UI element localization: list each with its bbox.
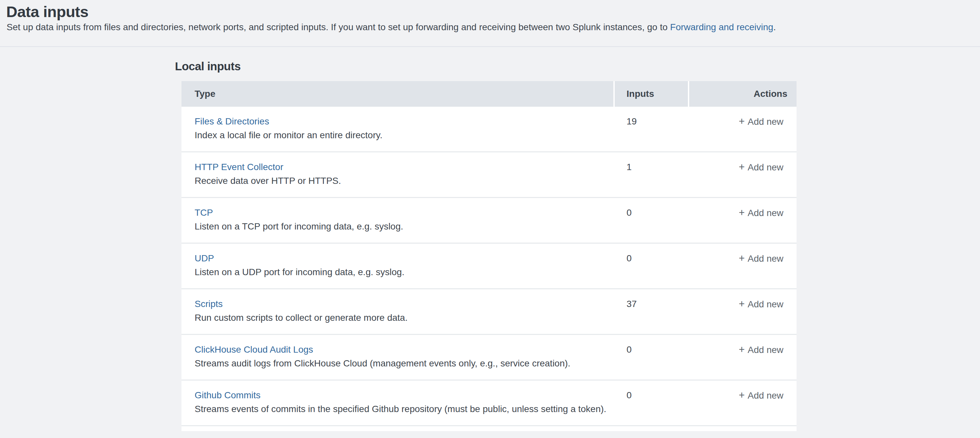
description-http-event-collector: Receive data over HTTP or HTTPS. (195, 176, 615, 186)
actions-cell: +Add new (689, 335, 797, 379)
add-new-label: Add new (748, 253, 783, 264)
local-inputs-table: Type Inputs Actions Files & Directories … (181, 81, 797, 431)
inputs-count-http-event-collector: 1 (615, 152, 689, 197)
add-new-udp[interactable]: +Add new (739, 253, 783, 264)
add-new-tcp[interactable]: +Add new (739, 208, 783, 218)
subtitle-text: Set up data inputs from files and direct… (6, 22, 670, 32)
page-body: Local inputs Type Inputs Actions Files &… (0, 61, 980, 431)
table-row-udp: UDP Listen on a UDP port for incoming da… (181, 244, 797, 289)
type-cell: ClickHouse Cloud Audit Logs Streams audi… (181, 335, 615, 379)
table-row-files-directories: Files & Directories Index a local file o… (181, 107, 797, 152)
link-http-event-collector[interactable]: HTTP Event Collector (195, 162, 283, 172)
inputs-count-scripts: 37 (615, 289, 689, 334)
plus-icon: + (739, 299, 745, 309)
link-scripts[interactable]: Scripts (195, 299, 223, 309)
section-heading-local-inputs: Local inputs (175, 61, 980, 72)
add-new-label: Add new (748, 162, 783, 172)
link-udp[interactable]: UDP (195, 253, 214, 263)
description-udp: Listen on a UDP port for incoming data, … (195, 267, 615, 277)
add-new-label: Add new (748, 116, 783, 127)
inputs-count-tcp: 0 (615, 198, 689, 243)
actions-cell: +Add new (689, 289, 797, 334)
add-new-scripts[interactable]: +Add new (739, 299, 783, 309)
description-tcp: Listen on a TCP port for incoming data, … (195, 221, 615, 231)
plus-icon: + (739, 253, 745, 263)
table-row-http-event-collector: HTTP Event Collector Receive data over H… (181, 152, 797, 198)
type-cell: UDP Listen on a UDP port for incoming da… (181, 244, 615, 288)
description-clickhouse-cloud-audit-logs: Streams audit logs from ClickHouse Cloud… (195, 358, 615, 368)
table-row-github-commits: Github Commits Streams events of commits… (181, 381, 797, 426)
link-clickhouse-cloud-audit-logs[interactable]: ClickHouse Cloud Audit Logs (195, 345, 313, 355)
link-files-directories[interactable]: Files & Directories (195, 116, 269, 126)
actions-cell: +Add new (689, 244, 797, 288)
inputs-count-files-directories: 19 (615, 107, 689, 151)
page-title: Data inputs (6, 3, 980, 20)
actions-cell: +Add new (689, 107, 797, 151)
type-cell: HTTP Event Collector Receive data over H… (181, 152, 615, 197)
add-new-label: Add new (748, 299, 783, 309)
inputs-count-clickhouse-cloud-audit-logs: 0 (615, 335, 689, 379)
plus-icon: + (739, 116, 745, 126)
type-cell: Scripts Run custom scripts to collect or… (181, 289, 615, 334)
add-new-http-event-collector[interactable]: +Add new (739, 162, 783, 172)
table-body: Files & Directories Index a local file o… (181, 107, 797, 431)
column-header-actions: Actions (689, 81, 797, 107)
table-row-scripts: Scripts Run custom scripts to collect or… (181, 289, 797, 335)
inputs-count-udp: 0 (615, 244, 689, 288)
plus-icon: + (739, 162, 745, 172)
column-header-type: Type (181, 81, 613, 107)
page-header: Data inputs Set up data inputs from file… (0, 0, 980, 47)
type-cell: Github Commits Streams events of commits… (181, 381, 615, 425)
plus-icon: + (739, 208, 745, 218)
table-header-row: Type Inputs Actions (181, 81, 797, 107)
description-github-commits: Streams events of commits in the specifi… (195, 404, 615, 414)
add-new-clickhouse-cloud-audit-logs[interactable]: +Add new (739, 345, 783, 355)
page-subtitle: Set up data inputs from files and direct… (6, 22, 980, 33)
plus-icon: + (739, 390, 745, 400)
type-cell: Files & Directories Index a local file o… (181, 107, 615, 151)
table-row-tcp: TCP Listen on a TCP port for incoming da… (181, 198, 797, 244)
add-new-label: Add new (748, 345, 783, 355)
add-new-label: Add new (748, 390, 783, 401)
description-files-directories: Index a local file or monitor an entire … (195, 131, 615, 140)
plus-icon: + (739, 345, 745, 355)
add-new-label: Add new (748, 208, 783, 218)
link-tcp[interactable]: TCP (195, 208, 213, 218)
inputs-count-github-commits: 0 (615, 381, 689, 425)
actions-cell: +Add new (689, 198, 797, 243)
description-scripts: Run custom scripts to collect or generat… (195, 313, 615, 323)
add-new-github-commits[interactable]: +Add new (739, 390, 783, 401)
link-github-commits[interactable]: Github Commits (195, 390, 261, 400)
actions-cell: +Add new (689, 381, 797, 425)
type-cell: TCP Listen on a TCP port for incoming da… (181, 198, 615, 243)
add-new-files-directories[interactable]: +Add new (739, 116, 783, 127)
column-header-inputs: Inputs (615, 81, 688, 107)
next-row-partial (181, 426, 797, 431)
subtitle-period: . (773, 22, 776, 32)
forwarding-and-receiving-link[interactable]: Forwarding and receiving (670, 22, 773, 32)
table-row-clickhouse-cloud-audit-logs: ClickHouse Cloud Audit Logs Streams audi… (181, 335, 797, 381)
actions-cell: +Add new (689, 152, 797, 197)
data-inputs-page: Data inputs Set up data inputs from file… (0, 0, 980, 431)
